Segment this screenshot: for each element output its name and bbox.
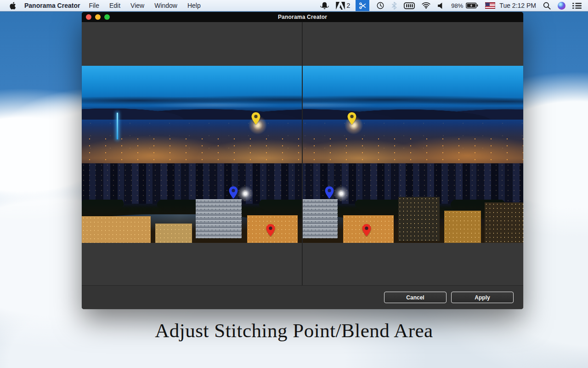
stitch-pin-red[interactable] bbox=[362, 224, 372, 237]
stitch-pin-blue[interactable] bbox=[324, 186, 334, 199]
menu-window[interactable]: Window bbox=[149, 2, 182, 9]
panorama-right-image-panel[interactable] bbox=[303, 66, 523, 243]
panorama-creator-window: Panorama Creator bbox=[82, 12, 523, 309]
menu-file[interactable]: File bbox=[84, 2, 104, 9]
wifi-icon[interactable] bbox=[422, 2, 430, 9]
window-content: Cancel Apply bbox=[82, 22, 523, 309]
siri-icon[interactable] bbox=[558, 2, 565, 10]
menu-help[interactable]: Help bbox=[182, 2, 206, 9]
volume-icon[interactable] bbox=[437, 2, 444, 9]
notification-bell-icon[interactable] bbox=[320, 2, 329, 10]
stitch-pin-yellow[interactable] bbox=[347, 112, 357, 125]
window-titlebar[interactable]: Panorama Creator bbox=[82, 12, 523, 22]
adobe-creative-cloud-icon[interactable]: 2 bbox=[336, 2, 351, 10]
time-machine-icon[interactable] bbox=[376, 1, 384, 10]
minimize-window-button[interactable] bbox=[95, 14, 101, 20]
menu-app-name[interactable]: Panorama Creator bbox=[24, 2, 80, 9]
window-title: Panorama Creator bbox=[278, 14, 327, 20]
menu-clock[interactable]: Tue 2:12 PM bbox=[499, 2, 536, 9]
notification-center-icon[interactable] bbox=[572, 2, 582, 9]
panel-divider bbox=[302, 22, 303, 285]
battery-percent-label: 98% bbox=[451, 2, 463, 9]
cancel-button[interactable]: Cancel bbox=[384, 292, 447, 303]
panorama-right-image[interactable] bbox=[303, 66, 523, 243]
stitch-pin-red[interactable] bbox=[266, 224, 276, 237]
spotlight-search-icon[interactable] bbox=[543, 2, 551, 10]
battery-charging-icon[interactable] bbox=[466, 2, 478, 9]
close-window-button[interactable] bbox=[86, 14, 91, 20]
adobe-badge-count: 2 bbox=[347, 2, 351, 9]
flycut-scissors-icon[interactable] bbox=[356, 0, 369, 11]
stitch-pin-yellow[interactable] bbox=[251, 112, 261, 125]
menu-view[interactable]: View bbox=[125, 2, 149, 9]
apple-menu-icon[interactable] bbox=[10, 2, 16, 10]
bluetooth-icon[interactable] bbox=[391, 2, 397, 10]
menu-edit[interactable]: Edit bbox=[104, 2, 125, 9]
stitch-pin-blue[interactable] bbox=[228, 186, 238, 199]
zoom-window-button[interactable] bbox=[104, 14, 110, 20]
us-flag-icon[interactable] bbox=[485, 2, 495, 9]
panorama-left-image[interactable] bbox=[82, 66, 302, 243]
page-caption: Adjust Stitching Point/Blend Area bbox=[0, 319, 588, 342]
panorama-left-image-panel[interactable] bbox=[82, 66, 302, 243]
apply-button[interactable]: Apply bbox=[451, 292, 514, 303]
menu-bar: Panorama Creator File Edit View Window H… bbox=[0, 0, 588, 12]
device-battery-icon[interactable] bbox=[404, 2, 415, 9]
window-action-bar: Cancel Apply bbox=[82, 285, 523, 309]
